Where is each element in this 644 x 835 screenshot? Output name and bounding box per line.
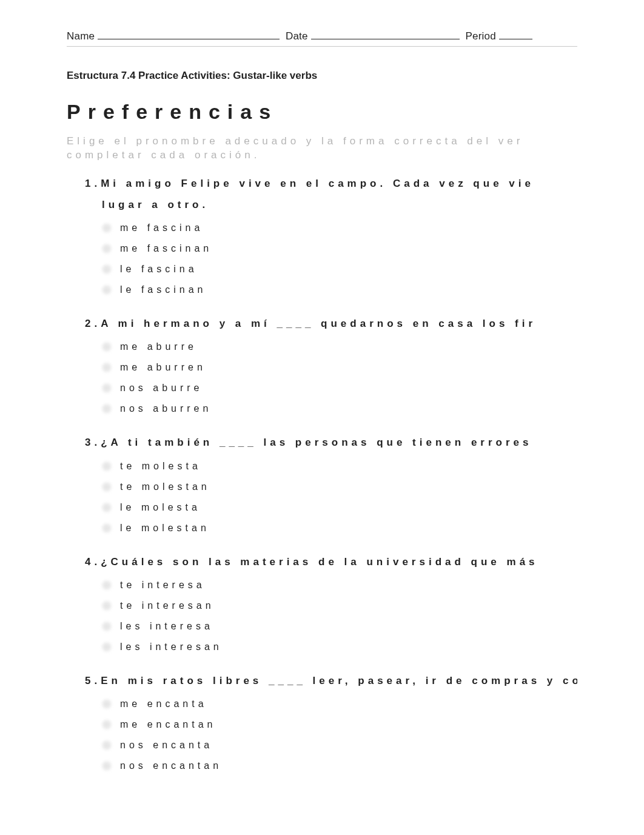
date-label: Date [286, 30, 308, 42]
choice-label: le molestan [120, 523, 210, 534]
choice-label: le fascinan [120, 284, 207, 295]
radio-icon [102, 580, 112, 590]
choice-label: me encanta [120, 699, 207, 709]
radio-icon [102, 523, 112, 533]
choice-label: me encantan [120, 719, 216, 730]
question-list: 1.Mi amigo Felipe vive en el campo. Cada… [67, 176, 577, 776]
choice-label: te interesan [120, 600, 215, 611]
choice-label: les interesan [120, 642, 223, 652]
choice-option[interactable]: te molestan [102, 477, 577, 497]
choice-option[interactable]: me aburre [102, 337, 577, 357]
radio-icon [102, 264, 112, 274]
choice-option[interactable]: me encantan [102, 714, 577, 735]
choice-label: le molesta [120, 502, 201, 513]
choice-option[interactable]: le molestan [102, 518, 577, 538]
question-text-line2: lugar a otro. [85, 197, 577, 213]
choice-option[interactable]: nos encanta [102, 735, 577, 756]
question-5: 5.En mis ratos libres ____ leer, pasear,… [85, 673, 577, 776]
name-blank[interactable] [98, 30, 280, 39]
question-text: 4.¿Cuáles son las materias de la univers… [85, 554, 577, 570]
choice-label: te interesa [120, 580, 206, 591]
radio-icon [102, 461, 112, 471]
radio-icon [102, 404, 112, 414]
choice-label: te molestan [120, 481, 210, 492]
choice-option[interactable]: nos encantan [102, 756, 577, 776]
question-text: 2.A mi hermano y a mí ____ quedarnos en … [85, 316, 577, 332]
radio-icon [102, 642, 112, 652]
question-4: 4.¿Cuáles son las materias de la univers… [85, 554, 577, 657]
question-1: 1.Mi amigo Felipe vive en el campo. Cada… [85, 176, 577, 300]
choice-option[interactable]: le molesta [102, 497, 577, 518]
choice-label: le fascina [120, 264, 198, 275]
choice-label: me aburre [120, 341, 197, 352]
choice-option[interactable]: te molesta [102, 456, 577, 477]
radio-icon [102, 482, 112, 492]
question-2: 2.A mi hermano y a mí ____ quedarnos en … [85, 316, 577, 419]
choice-label: nos aburre [120, 383, 203, 394]
choice-label: te molesta [120, 461, 201, 472]
date-blank[interactable] [311, 30, 460, 39]
radio-icon [102, 342, 112, 352]
radio-icon [102, 363, 112, 372]
radio-icon [102, 761, 112, 771]
period-blank[interactable] [499, 30, 532, 39]
choice-option[interactable]: me aburren [102, 357, 577, 378]
choice-option[interactable]: le fascinan [102, 280, 577, 300]
question-text: 5.En mis ratos libres ____ leer, pasear,… [85, 673, 577, 689]
activity-subheading: Estructura 7.4 Practice Activities: Gust… [67, 70, 577, 82]
choice-label: me aburren [120, 362, 206, 373]
choice-option[interactable]: te interesa [102, 575, 577, 595]
worksheet-header: Name Date Period [67, 30, 577, 42]
radio-icon [102, 622, 112, 631]
instructions-text: Elige el pronombre adecuado y la forma c… [67, 135, 577, 163]
radio-icon [102, 720, 112, 729]
choice-option[interactable]: me encanta [102, 694, 577, 714]
choice-option[interactable]: nos aburren [102, 398, 577, 419]
choice-option[interactable]: te interesan [102, 595, 577, 616]
question-text: 1.Mi amigo Felipe vive en el campo. Cada… [85, 176, 577, 192]
question-text: 3.¿A ti también ____ las personas que ti… [85, 435, 577, 451]
choice-option[interactable]: me fascina [102, 218, 577, 238]
radio-icon [102, 740, 112, 750]
choice-option[interactable]: les interesa [102, 616, 577, 637]
choice-label: me fascina [120, 223, 203, 233]
choice-option[interactable]: le fascina [102, 259, 577, 280]
choice-label: nos encantan [120, 760, 222, 771]
choice-option[interactable]: nos aburre [102, 378, 577, 398]
radio-icon [102, 503, 112, 512]
choice-label: me fascinan [120, 243, 212, 254]
choice-option[interactable]: les interesan [102, 637, 577, 657]
choice-label: les interesa [120, 621, 213, 632]
radio-icon [102, 699, 112, 709]
choice-label: nos aburren [120, 403, 212, 414]
header-divider [67, 46, 577, 47]
radio-icon [102, 223, 112, 233]
radio-icon [102, 383, 112, 393]
page-title: Preferencias [67, 100, 577, 124]
question-3: 3.¿A ti también ____ las personas que ti… [85, 435, 577, 538]
radio-icon [102, 285, 112, 295]
choice-option[interactable]: me fascinan [102, 238, 577, 259]
radio-icon [102, 601, 112, 611]
period-label: Period [465, 30, 495, 42]
name-label: Name [67, 30, 95, 42]
choice-label: nos encanta [120, 740, 213, 751]
radio-icon [102, 244, 112, 253]
